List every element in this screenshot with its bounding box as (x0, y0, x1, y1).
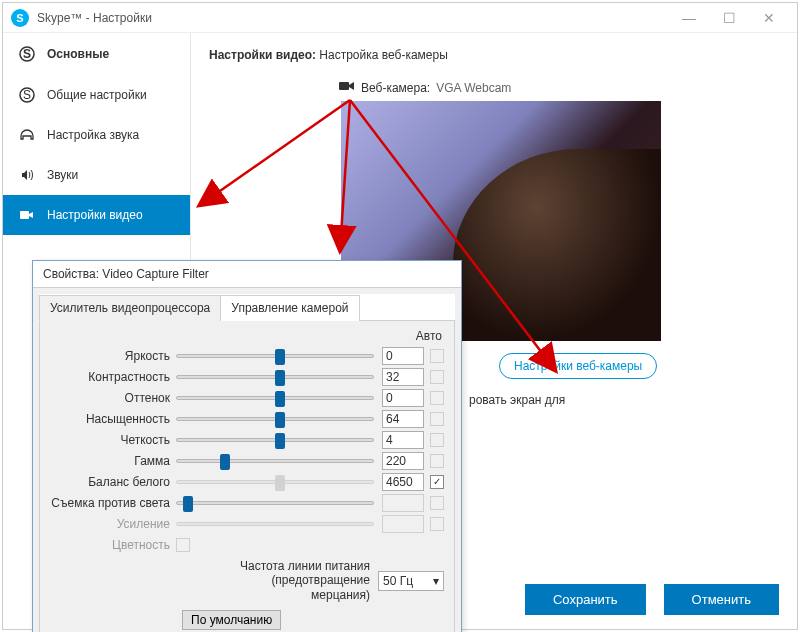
panel-title-rest: Настройка веб-камеры (316, 48, 448, 62)
slider-row: Контрастность32 (46, 366, 444, 387)
slider-value[interactable]: 64 (382, 410, 424, 428)
slider-thumb[interactable] (275, 349, 285, 365)
slider-value[interactable]: 0 (382, 389, 424, 407)
slider-thumb[interactable] (275, 370, 285, 386)
default-button[interactable]: По умолчанию (182, 610, 281, 630)
sidebar-item-audio[interactable]: Настройка звука (3, 115, 190, 155)
slider-value[interactable]: 4650 (382, 473, 424, 491)
sidebar-item-label: Звуки (47, 168, 78, 182)
slider-thumb[interactable] (275, 391, 285, 407)
panel-title: Настройки видео: Настройка веб-камеры (209, 47, 779, 62)
slider-track (176, 522, 374, 526)
webcam-settings-button[interactable]: Настройки веб-камеры (499, 353, 657, 379)
sidebar-item-label: Настройка звука (47, 128, 139, 142)
minimize-button[interactable]: — (669, 3, 709, 33)
webcam-label-row: Веб-камера: VGA Webcam (339, 80, 779, 95)
titlebar: S Skype™ - Настройки — ☐ ✕ (3, 3, 797, 33)
slider-track[interactable] (176, 396, 374, 400)
cancel-button[interactable]: Отменить (664, 584, 779, 615)
maximize-button[interactable]: ☐ (709, 3, 749, 33)
slider-label: Цветность (46, 538, 176, 552)
auto-checkbox (430, 391, 444, 405)
auto-checkbox (430, 412, 444, 426)
slider-track[interactable] (176, 501, 374, 505)
slider-label: Усиление (46, 517, 176, 531)
slider-value (382, 494, 424, 512)
properties-dialog: Свойства: Video Capture Filter Усилитель… (32, 260, 462, 632)
auto-checkbox (430, 433, 444, 447)
slider-label: Яркость (46, 349, 176, 363)
slider-row: Оттенок0 (46, 387, 444, 408)
slider-row: Яркость0 (46, 345, 444, 366)
slider-thumb[interactable] (220, 454, 230, 470)
skype-icon: S (19, 46, 35, 62)
slider-value[interactable]: 0 (382, 347, 424, 365)
slider-thumb[interactable] (275, 412, 285, 428)
svg-text:S: S (23, 47, 31, 61)
sidebar-item-label: Общие настройки (47, 88, 147, 102)
frequency-select[interactable]: 50 Гц ▾ (378, 571, 444, 591)
slider-value[interactable]: 4 (382, 431, 424, 449)
auto-checkbox[interactable]: ✓ (430, 475, 444, 489)
slider-row: Четкость4 (46, 429, 444, 450)
auto-checkbox (430, 517, 444, 531)
sidebar-item-label: Настройки видео (47, 208, 143, 222)
slider-track[interactable] (176, 438, 374, 442)
tab-video-amp[interactable]: Усилитель видеопроцессора (39, 295, 221, 321)
color-checkbox (176, 538, 190, 552)
slider-row: Баланс белого4650✓ (46, 471, 444, 492)
slider-track (176, 480, 374, 484)
frequency-value: 50 Гц (383, 574, 413, 588)
sidebar-item-general[interactable]: S Общие настройки (3, 75, 190, 115)
dialog-tabs: Усилитель видеопроцессора Управление кам… (39, 294, 455, 321)
slider-track[interactable] (176, 354, 374, 358)
close-button[interactable]: ✕ (749, 3, 789, 33)
svg-rect-5 (339, 82, 349, 90)
slider-thumb[interactable] (275, 475, 285, 491)
slider-value[interactable]: 220 (382, 452, 424, 470)
frequency-row: Частота линии питания (предотвращение ме… (46, 555, 444, 610)
dialog-title: Свойства: Video Capture Filter (33, 261, 461, 288)
auto-checkbox (430, 370, 444, 384)
slider-label: Насыщенность (46, 412, 176, 426)
headphones-icon (19, 127, 35, 143)
auto-checkbox (430, 496, 444, 510)
webcam-label: Веб-камера: (361, 81, 430, 95)
frequency-label: Частота линии питания (предотвращение ме… (210, 559, 370, 602)
svg-text:S: S (23, 88, 31, 102)
auto-header: Авто (46, 329, 444, 343)
window-title: Skype™ - Настройки (37, 11, 669, 25)
slider-track[interactable] (176, 417, 374, 421)
slider-row: Усиление (46, 513, 444, 534)
slider-track[interactable] (176, 459, 374, 463)
sidebar-item-video[interactable]: Настройки видео (3, 195, 190, 235)
save-button[interactable]: Сохранить (525, 584, 646, 615)
slider-label: Баланс белого (46, 475, 176, 489)
sliders-panel: Авто Яркость0Контрастность32Оттенок0Насы… (39, 321, 455, 632)
slider-value[interactable]: 32 (382, 368, 424, 386)
webcam-name: VGA Webcam (436, 81, 511, 95)
slider-label: Гамма (46, 454, 176, 468)
slider-label: Оттенок (46, 391, 176, 405)
slider-label: Съемка против света (46, 496, 176, 510)
slider-thumb[interactable] (183, 496, 193, 512)
skype-icon: S (19, 87, 35, 103)
slider-row: Цветность (46, 534, 444, 555)
bottom-buttons: Сохранить Отменить (525, 584, 779, 615)
slider-thumb[interactable] (275, 433, 285, 449)
svg-rect-4 (20, 211, 29, 219)
sidebar-header-label: Основные (47, 47, 109, 61)
video-icon (19, 207, 35, 223)
skype-logo-icon: S (11, 9, 29, 27)
slider-row: Насыщенность64 (46, 408, 444, 429)
sidebar-item-sounds[interactable]: Звуки (3, 155, 190, 195)
slider-label: Контрастность (46, 370, 176, 384)
speaker-icon (19, 167, 35, 183)
sidebar-header[interactable]: S Основные (3, 33, 190, 75)
panel-title-bold: Настройки видео: (209, 48, 316, 62)
slider-label: Четкость (46, 433, 176, 447)
auto-checkbox (430, 454, 444, 468)
camera-icon (339, 80, 355, 95)
slider-track[interactable] (176, 375, 374, 379)
tab-camera-control[interactable]: Управление камерой (220, 295, 359, 321)
